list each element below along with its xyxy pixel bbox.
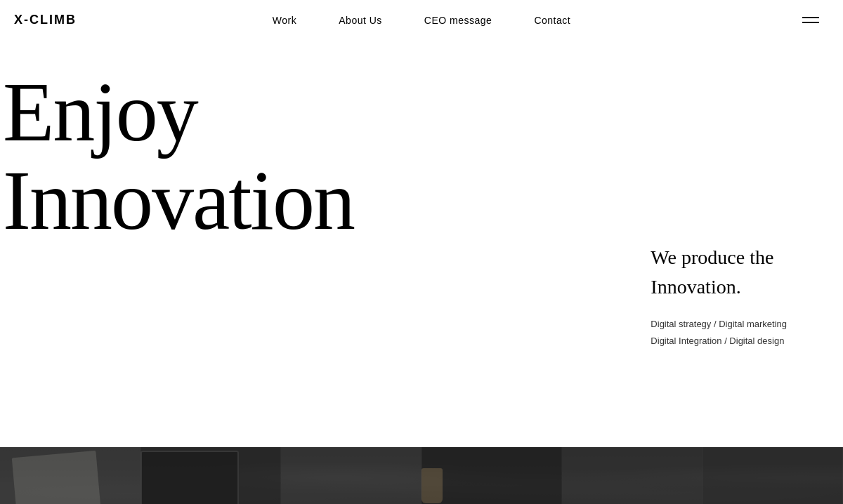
tagline-line2: Innovation. bbox=[651, 276, 740, 298]
main-nav: Work About Us CEO message Contact bbox=[273, 15, 570, 26]
tagline-line1: We produce the bbox=[651, 246, 773, 268]
monitor-decoration bbox=[140, 451, 239, 504]
services-line1: Digital strategy / Digital marketing bbox=[651, 316, 787, 332]
hero-subtitle: We produce the Innovation. Digital strat… bbox=[651, 243, 787, 349]
cup-decoration bbox=[422, 468, 443, 503]
paper-decoration bbox=[12, 451, 101, 504]
img-segment-6 bbox=[702, 447, 843, 504]
site-logo[interactable]: X-CLIMB bbox=[14, 13, 77, 27]
nav-ceo[interactable]: CEO message bbox=[424, 15, 492, 26]
hamburger-line-2 bbox=[802, 22, 819, 23]
services-line2: Digital Integration / Digital design bbox=[651, 333, 787, 349]
hero-title-line2: Innovation bbox=[3, 154, 354, 247]
img-segment-4 bbox=[422, 447, 562, 504]
tagline: We produce the Innovation. bbox=[651, 243, 787, 302]
img-segment-3 bbox=[281, 447, 422, 504]
hero-section: Enjoy Innovation We produce the Innovati… bbox=[0, 40, 843, 447]
hero-title-line1: Enjoy bbox=[3, 65, 197, 159]
services-text: Digital strategy / Digital marketing Dig… bbox=[651, 316, 787, 349]
desk-image bbox=[0, 447, 843, 504]
nav-work[interactable]: Work bbox=[273, 15, 296, 26]
nav-contact[interactable]: Contact bbox=[534, 15, 570, 26]
img-segment-5 bbox=[562, 447, 702, 504]
hero-title: Enjoy Innovation bbox=[0, 68, 843, 245]
nav-about[interactable]: About Us bbox=[339, 15, 382, 26]
hamburger-line-1 bbox=[802, 17, 819, 18]
site-header: X-CLIMB Work About Us CEO message Contac… bbox=[0, 0, 843, 40]
bottom-image-strip bbox=[0, 447, 843, 504]
hamburger-menu-button[interactable] bbox=[799, 14, 822, 26]
